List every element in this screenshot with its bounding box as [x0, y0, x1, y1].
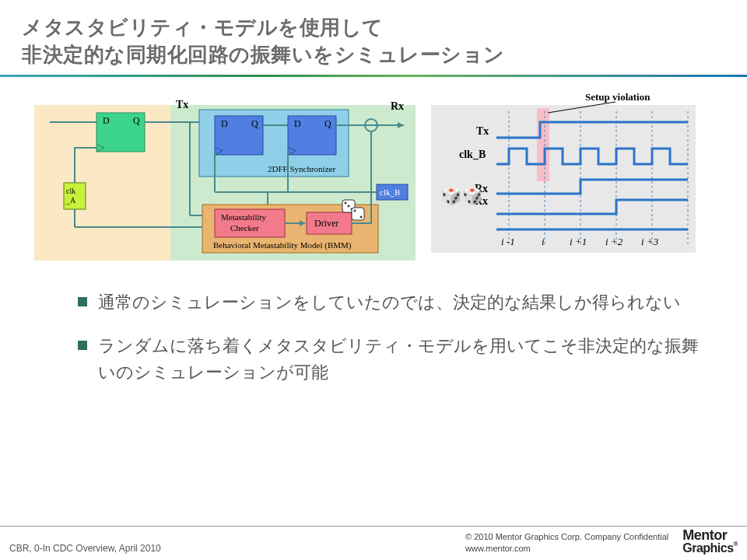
sig-clkb: clk_B — [459, 149, 486, 160]
timing-diagram: Setup violation Tx clk_B Rx Rx 🎲🎲 — [431, 91, 696, 266]
logo-reg: ® — [734, 541, 738, 548]
setup-violation-label: Setup violation — [585, 91, 651, 103]
list-item: ランダムに落ち着くメタスタビリティ・モデルを用いてこそ非決定的な振舞いのシミュレ… — [78, 333, 716, 386]
footer-legal-line2: www.mentor.com — [465, 544, 531, 553]
ff-b2-D: D — [294, 118, 301, 129]
footer-right: © 2010 Mentor Graphics Corp. Company Con… — [465, 530, 738, 554]
driver-label: Driver — [314, 218, 338, 229]
violation-band — [537, 108, 549, 181]
bullet-icon — [78, 341, 87, 350]
svg-point-1 — [345, 202, 347, 205]
ff-a-Q: Q — [133, 115, 140, 126]
title-line-1: メタスタビリティ・モデルを使用して — [22, 16, 384, 39]
logo: Mentor Graphics® — [682, 530, 738, 554]
footer-legal: © 2010 Mentor Graphics Corp. Company Con… — [465, 531, 668, 554]
footer: CBR, 0-In CDC Overview, April 2010 © 201… — [0, 526, 747, 560]
ff-a-D: D — [103, 115, 110, 126]
title-line-2: 非決定的な同期化回路の振舞いをシミュレーション — [22, 43, 505, 66]
bullet-icon — [78, 297, 87, 306]
ff-b1-D: D — [221, 118, 228, 129]
svg-point-6 — [360, 216, 363, 219]
tick-3: i +2 — [605, 236, 623, 247]
svg-point-3 — [348, 205, 350, 208]
clk-a-label-2: _A — [65, 196, 76, 205]
svg-rect-4 — [352, 208, 364, 220]
sync-label: 2DFF Synchronizer — [268, 164, 335, 173]
tick-1: i — [542, 236, 545, 247]
meta-checker-l1: Metastability — [221, 212, 267, 222]
clk-a-label-1: clk — [66, 187, 75, 195]
svg-point-5 — [354, 210, 356, 212]
bmm-label: Behavioral Metastability Model (BMM) — [213, 240, 352, 250]
bullet-text: ランダムに落ち着くメタスタビリティ・モデルを用いてこそ非決定的な振舞いのシミュレ… — [98, 333, 716, 386]
tick-0: i -1 — [501, 236, 515, 247]
sig-tx: Tx — [476, 125, 489, 137]
page-title: メタスタビリティ・モデルを使用して 非決定的な同期化回路の振舞いをシミュレーショ… — [0, 0, 747, 75]
ff-b1-Q: Q — [251, 118, 258, 129]
logo-bottom: Graphics — [682, 541, 733, 555]
tick-2: i +1 — [570, 236, 587, 247]
tx-label: Tx — [176, 99, 188, 110]
tick-4: i +3 — [641, 236, 659, 247]
bullet-text: 通常のシミュレーションをしていたのでは、決定的な結果しか得られない — [98, 289, 681, 316]
figure-row: D Q clk _A Tx 2DFF Synchronizer D — [0, 91, 747, 266]
slide: メタスタビリティ・モデルを使用して 非決定的な同期化回路の振舞いをシミュレーショ… — [0, 0, 747, 560]
footer-left: CBR, 0-In CDC Overview, April 2010 — [9, 543, 161, 554]
block-diagram: D Q clk _A Tx 2DFF Synchronizer D — [34, 91, 416, 266]
clk-b-label: clk_B — [380, 187, 400, 197]
ff-b2-Q: Q — [324, 118, 331, 129]
rx-label: Rx — [391, 100, 404, 112]
timing-dice-icon: 🎲🎲 — [440, 185, 483, 206]
footer-legal-line1: © 2010 Mentor Graphics Corp. Company Con… — [465, 532, 668, 541]
meta-checker-l2: Checker — [230, 223, 259, 233]
list-item: 通常のシミュレーションをしていたのでは、決定的な結果しか得られない — [78, 289, 716, 316]
bullet-list: 通常のシミュレーションをしていたのでは、決定的な結果しか得られない ランダムに落… — [0, 266, 747, 386]
title-rule — [0, 75, 747, 77]
